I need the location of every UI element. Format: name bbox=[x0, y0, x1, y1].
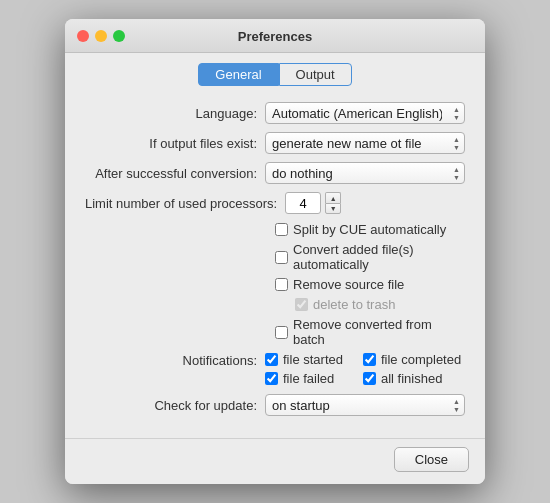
convert-added-checkbox[interactable] bbox=[275, 251, 288, 264]
notif-file-completed-item: file completed bbox=[363, 352, 461, 367]
processors-row: Limit number of used processors: 4 ▲ ▼ bbox=[85, 192, 465, 214]
processors-decrement[interactable]: ▼ bbox=[325, 203, 341, 214]
language-label: Language: bbox=[85, 106, 265, 121]
output-exists-row: If output files exist: generate new name… bbox=[85, 132, 465, 154]
delete-trash-row: delete to trash bbox=[295, 297, 465, 312]
notif-all-finished-label: all finished bbox=[381, 371, 442, 386]
output-exists-select-wrapper: generate new name ot file bbox=[265, 132, 465, 154]
delete-trash-label: delete to trash bbox=[313, 297, 395, 312]
check-update-row: Check for update: on startup bbox=[85, 394, 465, 416]
notif-file-started-checkbox[interactable] bbox=[265, 353, 278, 366]
form-content: Language: Automatic (American English) I… bbox=[65, 94, 485, 438]
notif-file-completed-label: file completed bbox=[381, 352, 461, 367]
notif-all-finished-item: all finished bbox=[363, 371, 461, 386]
remove-source-checkbox[interactable] bbox=[275, 278, 288, 291]
processors-stepper: 4 ▲ ▼ bbox=[285, 192, 341, 214]
close-button[interactable]: Close bbox=[394, 447, 469, 472]
close-window-button[interactable] bbox=[77, 30, 89, 42]
after-conversion-row: After successful conversion: do nothing bbox=[85, 162, 465, 184]
checkboxes-section: Split by CUE automatically Convert added… bbox=[275, 222, 465, 347]
delete-trash-checkbox[interactable] bbox=[295, 298, 308, 311]
notifications-section: Notifications: file started file complet… bbox=[85, 352, 465, 386]
title-bar: Preferences bbox=[65, 19, 485, 53]
check-update-select[interactable]: on startup bbox=[265, 394, 465, 416]
preferences-window: Preferences General Output Language: Aut… bbox=[65, 19, 485, 484]
notif-file-started-item: file started bbox=[265, 352, 343, 367]
notifications-grid: file started file completed file failed … bbox=[265, 352, 461, 386]
remove-source-row: Remove source file bbox=[275, 277, 465, 292]
notif-file-completed-checkbox[interactable] bbox=[363, 353, 376, 366]
output-exists-label: If output files exist: bbox=[85, 136, 265, 151]
split-cue-row: Split by CUE automatically bbox=[275, 222, 465, 237]
processors-stepper-buttons: ▲ ▼ bbox=[325, 192, 341, 214]
after-conversion-label: After successful conversion: bbox=[85, 166, 265, 181]
processors-input[interactable]: 4 bbox=[285, 192, 321, 214]
output-exists-select[interactable]: generate new name ot file bbox=[265, 132, 465, 154]
window-controls bbox=[77, 30, 125, 42]
language-select-wrapper: Automatic (American English) bbox=[265, 102, 465, 124]
minimize-button[interactable] bbox=[95, 30, 107, 42]
notifications-label: Notifications: bbox=[85, 352, 265, 368]
notif-file-failed-label: file failed bbox=[283, 371, 334, 386]
tab-general[interactable]: General bbox=[198, 63, 278, 86]
split-cue-checkbox[interactable] bbox=[275, 223, 288, 236]
processors-increment[interactable]: ▲ bbox=[325, 192, 341, 203]
remove-converted-label: Remove converted from batch bbox=[293, 317, 465, 347]
notif-file-started-label: file started bbox=[283, 352, 343, 367]
notif-file-failed-checkbox[interactable] bbox=[265, 372, 278, 385]
tab-output[interactable]: Output bbox=[279, 63, 352, 86]
check-update-select-wrapper: on startup bbox=[265, 394, 465, 416]
tabs: General Output bbox=[65, 53, 485, 94]
footer: Close bbox=[65, 438, 485, 484]
notif-file-failed-item: file failed bbox=[265, 371, 343, 386]
remove-source-label: Remove source file bbox=[293, 277, 404, 292]
split-cue-label: Split by CUE automatically bbox=[293, 222, 446, 237]
window-title: Preferences bbox=[238, 29, 312, 44]
processors-label: Limit number of used processors: bbox=[85, 196, 285, 211]
after-conversion-select[interactable]: do nothing bbox=[265, 162, 465, 184]
remove-converted-checkbox[interactable] bbox=[275, 326, 288, 339]
convert-added-row: Convert added file(s) automatically bbox=[275, 242, 465, 272]
language-row: Language: Automatic (American English) bbox=[85, 102, 465, 124]
after-conversion-select-wrapper: do nothing bbox=[265, 162, 465, 184]
maximize-button[interactable] bbox=[113, 30, 125, 42]
notif-all-finished-checkbox[interactable] bbox=[363, 372, 376, 385]
remove-converted-row: Remove converted from batch bbox=[275, 317, 465, 347]
check-update-label: Check for update: bbox=[85, 398, 265, 413]
convert-added-label: Convert added file(s) automatically bbox=[293, 242, 465, 272]
language-select[interactable]: Automatic (American English) bbox=[265, 102, 465, 124]
